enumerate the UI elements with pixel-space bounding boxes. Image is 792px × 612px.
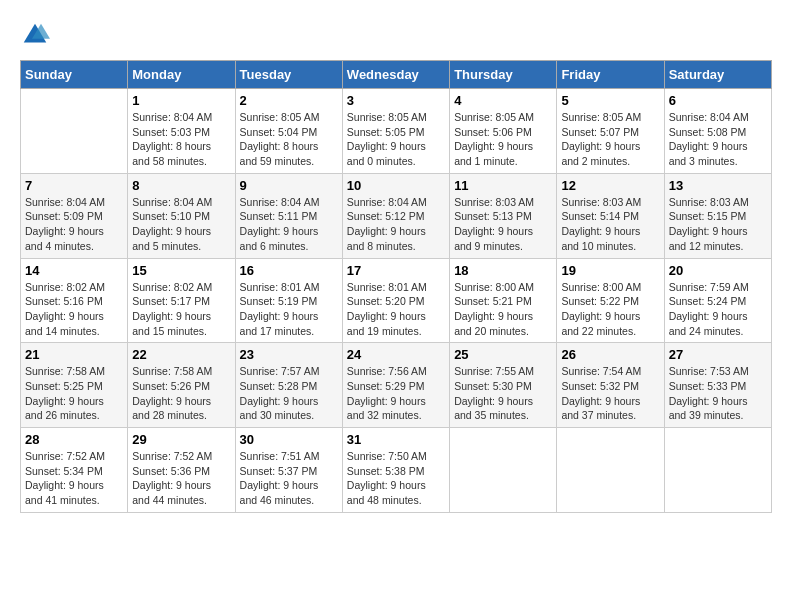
week-row-2: 14Sunrise: 8:02 AMSunset: 5:16 PMDayligh…: [21, 258, 772, 343]
day-cell: 12Sunrise: 8:03 AMSunset: 5:14 PMDayligh…: [557, 173, 664, 258]
day-cell: 23Sunrise: 7:57 AMSunset: 5:28 PMDayligh…: [235, 343, 342, 428]
day-info: Sunrise: 8:04 AMSunset: 5:09 PMDaylight:…: [25, 195, 123, 254]
day-number: 17: [347, 263, 445, 278]
day-info: Sunrise: 8:04 AMSunset: 5:08 PMDaylight:…: [669, 110, 767, 169]
day-info: Sunrise: 8:02 AMSunset: 5:17 PMDaylight:…: [132, 280, 230, 339]
day-cell: [664, 428, 771, 513]
day-number: 10: [347, 178, 445, 193]
day-info: Sunrise: 7:59 AMSunset: 5:24 PMDaylight:…: [669, 280, 767, 339]
day-number: 20: [669, 263, 767, 278]
day-number: 24: [347, 347, 445, 362]
day-info: Sunrise: 8:05 AMSunset: 5:07 PMDaylight:…: [561, 110, 659, 169]
calendar-header-row: SundayMondayTuesdayWednesdayThursdayFrid…: [21, 61, 772, 89]
header-wednesday: Wednesday: [342, 61, 449, 89]
logo-icon: [20, 20, 50, 50]
day-info: Sunrise: 8:05 AMSunset: 5:06 PMDaylight:…: [454, 110, 552, 169]
day-cell: 13Sunrise: 8:03 AMSunset: 5:15 PMDayligh…: [664, 173, 771, 258]
day-number: 26: [561, 347, 659, 362]
day-cell: 31Sunrise: 7:50 AMSunset: 5:38 PMDayligh…: [342, 428, 449, 513]
day-info: Sunrise: 7:54 AMSunset: 5:32 PMDaylight:…: [561, 364, 659, 423]
day-cell: 25Sunrise: 7:55 AMSunset: 5:30 PMDayligh…: [450, 343, 557, 428]
day-number: 29: [132, 432, 230, 447]
day-number: 1: [132, 93, 230, 108]
day-cell: 2Sunrise: 8:05 AMSunset: 5:04 PMDaylight…: [235, 89, 342, 174]
day-info: Sunrise: 8:01 AMSunset: 5:20 PMDaylight:…: [347, 280, 445, 339]
header-thursday: Thursday: [450, 61, 557, 89]
header-saturday: Saturday: [664, 61, 771, 89]
calendar-table: SundayMondayTuesdayWednesdayThursdayFrid…: [20, 60, 772, 513]
day-info: Sunrise: 8:02 AMSunset: 5:16 PMDaylight:…: [25, 280, 123, 339]
day-info: Sunrise: 8:04 AMSunset: 5:12 PMDaylight:…: [347, 195, 445, 254]
day-cell: [21, 89, 128, 174]
day-number: 27: [669, 347, 767, 362]
day-info: Sunrise: 8:04 AMSunset: 5:11 PMDaylight:…: [240, 195, 338, 254]
header-friday: Friday: [557, 61, 664, 89]
header-monday: Monday: [128, 61, 235, 89]
header-sunday: Sunday: [21, 61, 128, 89]
day-info: Sunrise: 7:56 AMSunset: 5:29 PMDaylight:…: [347, 364, 445, 423]
day-cell: 17Sunrise: 8:01 AMSunset: 5:20 PMDayligh…: [342, 258, 449, 343]
day-cell: 28Sunrise: 7:52 AMSunset: 5:34 PMDayligh…: [21, 428, 128, 513]
day-number: 13: [669, 178, 767, 193]
day-number: 7: [25, 178, 123, 193]
day-cell: 5Sunrise: 8:05 AMSunset: 5:07 PMDaylight…: [557, 89, 664, 174]
day-number: 21: [25, 347, 123, 362]
header: [20, 20, 772, 50]
day-cell: 19Sunrise: 8:00 AMSunset: 5:22 PMDayligh…: [557, 258, 664, 343]
day-cell: 6Sunrise: 8:04 AMSunset: 5:08 PMDaylight…: [664, 89, 771, 174]
logo: [20, 20, 54, 50]
day-cell: 10Sunrise: 8:04 AMSunset: 5:12 PMDayligh…: [342, 173, 449, 258]
day-number: 16: [240, 263, 338, 278]
week-row-0: 1Sunrise: 8:04 AMSunset: 5:03 PMDaylight…: [21, 89, 772, 174]
day-number: 31: [347, 432, 445, 447]
day-cell: 14Sunrise: 8:02 AMSunset: 5:16 PMDayligh…: [21, 258, 128, 343]
day-cell: 24Sunrise: 7:56 AMSunset: 5:29 PMDayligh…: [342, 343, 449, 428]
day-info: Sunrise: 8:00 AMSunset: 5:21 PMDaylight:…: [454, 280, 552, 339]
day-cell: [557, 428, 664, 513]
day-cell: 27Sunrise: 7:53 AMSunset: 5:33 PMDayligh…: [664, 343, 771, 428]
day-number: 23: [240, 347, 338, 362]
day-info: Sunrise: 7:52 AMSunset: 5:34 PMDaylight:…: [25, 449, 123, 508]
day-info: Sunrise: 7:55 AMSunset: 5:30 PMDaylight:…: [454, 364, 552, 423]
week-row-1: 7Sunrise: 8:04 AMSunset: 5:09 PMDaylight…: [21, 173, 772, 258]
day-cell: 15Sunrise: 8:02 AMSunset: 5:17 PMDayligh…: [128, 258, 235, 343]
day-info: Sunrise: 7:52 AMSunset: 5:36 PMDaylight:…: [132, 449, 230, 508]
day-info: Sunrise: 7:58 AMSunset: 5:25 PMDaylight:…: [25, 364, 123, 423]
day-cell: 8Sunrise: 8:04 AMSunset: 5:10 PMDaylight…: [128, 173, 235, 258]
week-row-3: 21Sunrise: 7:58 AMSunset: 5:25 PMDayligh…: [21, 343, 772, 428]
day-cell: 1Sunrise: 8:04 AMSunset: 5:03 PMDaylight…: [128, 89, 235, 174]
day-info: Sunrise: 8:03 AMSunset: 5:14 PMDaylight:…: [561, 195, 659, 254]
day-info: Sunrise: 7:58 AMSunset: 5:26 PMDaylight:…: [132, 364, 230, 423]
day-cell: 3Sunrise: 8:05 AMSunset: 5:05 PMDaylight…: [342, 89, 449, 174]
day-number: 18: [454, 263, 552, 278]
day-number: 5: [561, 93, 659, 108]
day-number: 25: [454, 347, 552, 362]
day-number: 15: [132, 263, 230, 278]
day-info: Sunrise: 7:57 AMSunset: 5:28 PMDaylight:…: [240, 364, 338, 423]
day-cell: 11Sunrise: 8:03 AMSunset: 5:13 PMDayligh…: [450, 173, 557, 258]
day-number: 28: [25, 432, 123, 447]
day-info: Sunrise: 8:03 AMSunset: 5:15 PMDaylight:…: [669, 195, 767, 254]
day-cell: 29Sunrise: 7:52 AMSunset: 5:36 PMDayligh…: [128, 428, 235, 513]
header-tuesday: Tuesday: [235, 61, 342, 89]
day-number: 9: [240, 178, 338, 193]
day-info: Sunrise: 7:53 AMSunset: 5:33 PMDaylight:…: [669, 364, 767, 423]
day-cell: 7Sunrise: 8:04 AMSunset: 5:09 PMDaylight…: [21, 173, 128, 258]
day-number: 6: [669, 93, 767, 108]
day-info: Sunrise: 8:04 AMSunset: 5:10 PMDaylight:…: [132, 195, 230, 254]
day-info: Sunrise: 8:00 AMSunset: 5:22 PMDaylight:…: [561, 280, 659, 339]
day-cell: 16Sunrise: 8:01 AMSunset: 5:19 PMDayligh…: [235, 258, 342, 343]
day-cell: 9Sunrise: 8:04 AMSunset: 5:11 PMDaylight…: [235, 173, 342, 258]
day-info: Sunrise: 7:50 AMSunset: 5:38 PMDaylight:…: [347, 449, 445, 508]
day-info: Sunrise: 8:05 AMSunset: 5:04 PMDaylight:…: [240, 110, 338, 169]
day-number: 8: [132, 178, 230, 193]
day-info: Sunrise: 8:05 AMSunset: 5:05 PMDaylight:…: [347, 110, 445, 169]
day-info: Sunrise: 8:01 AMSunset: 5:19 PMDaylight:…: [240, 280, 338, 339]
day-number: 14: [25, 263, 123, 278]
day-info: Sunrise: 7:51 AMSunset: 5:37 PMDaylight:…: [240, 449, 338, 508]
day-number: 11: [454, 178, 552, 193]
day-number: 12: [561, 178, 659, 193]
day-cell: 26Sunrise: 7:54 AMSunset: 5:32 PMDayligh…: [557, 343, 664, 428]
day-cell: 22Sunrise: 7:58 AMSunset: 5:26 PMDayligh…: [128, 343, 235, 428]
day-cell: 4Sunrise: 8:05 AMSunset: 5:06 PMDaylight…: [450, 89, 557, 174]
